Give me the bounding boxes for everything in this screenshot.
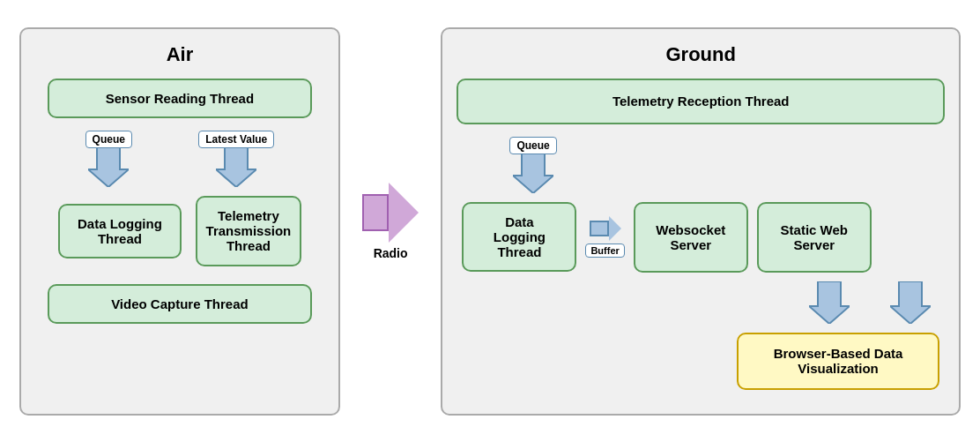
telemetry-transmission-node: Telemetry Transmission Thread <box>196 196 301 266</box>
websocket-down-arrow <box>809 281 850 324</box>
svg-marker-4 <box>890 281 931 324</box>
diagram-container: Air Sensor Reading Thread Queue Latest V… <box>5 13 975 430</box>
buffer-head <box>609 216 621 241</box>
buffer-shaft <box>590 221 609 236</box>
data-logging-node-air: Data Logging Thread <box>58 204 182 258</box>
browser-viz-container: Browser-Based Data Visualization <box>457 333 945 390</box>
ground-queue-down-arrow-svg <box>513 151 553 193</box>
buffer-label: Buffer <box>585 243 624 258</box>
svg-marker-2 <box>513 151 553 193</box>
buffer-arrow-shape <box>590 216 621 241</box>
queue-down-arrow-svg <box>88 145 129 187</box>
video-capture-node: Video Capture Thread <box>48 284 312 324</box>
latest-value-label: Latest Value <box>198 131 274 148</box>
air-arrows-row: Queue Latest Value <box>48 127 312 187</box>
big-arrow-shape <box>362 183 419 243</box>
static-web-down-arrow <box>890 281 931 324</box>
air-threads-row: Data Logging Thread Telemetry Transmissi… <box>58 196 301 266</box>
radio-arrow: Radio <box>356 183 426 260</box>
websocket-server-node: Websocket Server <box>634 202 748 273</box>
latest-value-arrow: Latest Value <box>198 131 274 187</box>
queue-label-air: Queue <box>85 131 132 148</box>
air-title: Air <box>35 43 324 66</box>
queue-arrow-ground: Queue <box>509 137 556 193</box>
svg-marker-1 <box>216 145 256 187</box>
ground-middle-row: Data Logging Thread Buffer Websocket Ser… <box>457 202 945 273</box>
ground-bottom-arrows <box>457 281 945 324</box>
air-section: Air Sensor Reading Thread Queue Latest V… <box>19 27 340 416</box>
data-logging-node-ground: Data Logging Thread <box>462 202 576 272</box>
static-web-server-node: Static Web Server <box>757 202 872 273</box>
ground-title: Ground <box>457 43 945 66</box>
big-arrow-head <box>389 183 419 243</box>
buffer-arrow: Buffer <box>585 216 624 258</box>
sensor-reading-node: Sensor Reading Thread <box>48 79 312 118</box>
telemetry-reception-node: Telemetry Reception Thread <box>457 79 945 124</box>
svg-marker-0 <box>88 145 129 187</box>
browser-viz-node: Browser-Based Data Visualization <box>737 333 939 390</box>
ground-inner: Telemetry Reception Thread Queue Data Lo… <box>457 79 945 390</box>
latest-value-down-arrow-svg <box>216 145 256 187</box>
queue-arrow-air: Queue <box>85 131 132 187</box>
big-arrow-shaft <box>362 194 389 231</box>
svg-marker-3 <box>809 281 850 324</box>
ground-section: Ground Telemetry Reception Thread Queue … <box>441 27 961 416</box>
radio-label: Radio <box>374 246 408 260</box>
air-inner: Sensor Reading Thread Queue Latest Value <box>35 79 324 324</box>
queue-label-ground: Queue <box>509 137 556 154</box>
